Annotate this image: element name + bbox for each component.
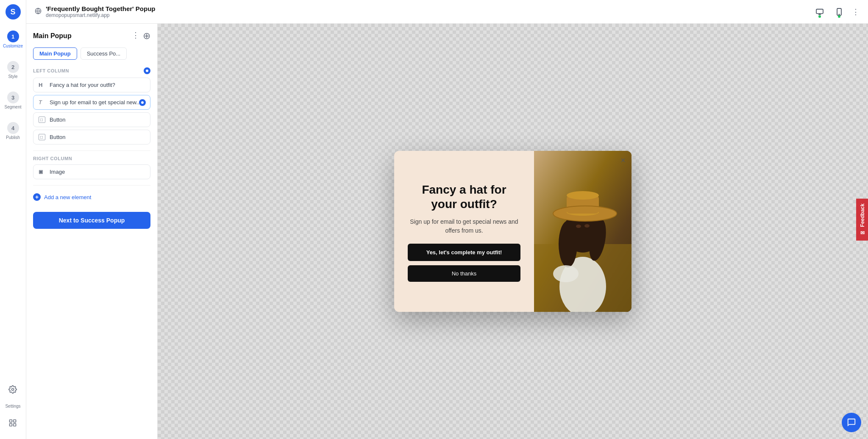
svg-rect-7	[816, 9, 823, 13]
nav-step-publish[interactable]: 4 Publish	[0, 119, 26, 142]
tab-row: Main Popup Success Po...	[33, 47, 150, 60]
svg-rect-4	[14, 424, 16, 426]
feedback-tab-container: ✉ Feedback	[856, 198, 868, 240]
add-icon: +	[33, 193, 41, 201]
heading-icon: H	[39, 82, 45, 88]
popup-preview: × Fancy a hat for your outfit? Sign up f…	[394, 151, 632, 312]
section-divider-2	[33, 185, 150, 186]
panel-add-button[interactable]: ⊕	[143, 31, 150, 42]
svg-point-27	[553, 265, 579, 282]
mobile-device-button[interactable]	[832, 5, 846, 19]
sidebar-panel: Main Popup ⋮ ⊕ Main Popup Success Po... …	[26, 24, 158, 439]
nav-step-customize[interactable]: 1 Customize	[0, 28, 26, 51]
element-heading[interactable]: H Fancy a hat for your outfit?	[33, 78, 150, 92]
popup-image	[534, 151, 632, 312]
step-circle-1: 1	[7, 31, 19, 42]
tab-success-popup[interactable]: Success Po...	[81, 47, 127, 60]
popup-secondary-button[interactable]: No thanks	[408, 265, 520, 282]
svg-point-18	[559, 221, 577, 267]
mobile-active-dot	[838, 15, 840, 18]
step-circle-2: 2	[7, 61, 19, 73]
add-element-label: Add a new element	[44, 194, 91, 200]
feedback-icon: ✉	[860, 230, 865, 236]
header-title-section: 'Frequently Bought Together' Popup demop…	[35, 5, 156, 18]
settings-label: Settings	[5, 404, 20, 408]
popup-subtext: Sign up for email to get special news an…	[408, 217, 520, 235]
element-heading-label: Fancy a hat for your outfit?	[50, 82, 115, 88]
left-column-radio	[144, 67, 150, 74]
integrations-button[interactable]	[5, 415, 20, 431]
popup-heading: Fancy a hat for your outfit?	[408, 183, 520, 211]
popup-primary-button[interactable]: Yes, let's complete my outfit!	[408, 244, 520, 261]
svg-rect-2	[14, 420, 16, 422]
nav-bar: S 1 Customize 2 Style 3 Segment 4 Publis…	[0, 0, 26, 439]
popup-left-column: Fancy a hat for your outfit? Sign up for…	[394, 151, 534, 312]
element-image[interactable]: ▣ Image	[33, 164, 150, 179]
svg-point-25	[576, 225, 581, 228]
element-text[interactable]: T Sign up for email to get special new..…	[33, 95, 150, 110]
element-text-radio	[139, 99, 146, 106]
globe-icon	[35, 8, 42, 16]
logo-letter: S	[10, 8, 15, 17]
step-label-customize: Customize	[3, 44, 23, 48]
step-circle-4: 4	[7, 122, 19, 134]
next-to-success-button[interactable]: Next to Success Popup	[33, 212, 150, 229]
header-actions: ⋮	[813, 5, 860, 19]
settings-button[interactable]	[5, 382, 20, 397]
nav-logo[interactable]: S	[6, 4, 21, 19]
text-icon: T	[39, 99, 45, 106]
add-element-button[interactable]: + Add a new element	[33, 191, 150, 203]
canvas-area: × Fancy a hat for your outfit? Sign up f…	[158, 24, 868, 439]
panel-title: Main Popup	[33, 32, 72, 40]
svg-point-26	[584, 224, 590, 228]
svg-point-23	[567, 191, 599, 200]
svg-rect-1	[10, 420, 12, 422]
panel-header: Main Popup ⋮ ⊕	[33, 31, 150, 42]
right-column-elements: ▣ Image	[33, 164, 150, 179]
left-column-label: LEFT COLUMN	[33, 67, 150, 74]
step-label-style: Style	[8, 74, 17, 79]
image-icon: ▣	[39, 169, 45, 175]
popup-close-button[interactable]: ×	[620, 156, 626, 164]
svg-point-0	[12, 389, 14, 391]
popup-right-column	[534, 151, 632, 312]
right-column-label: RIGHT COLUMN	[33, 156, 150, 161]
nav-step-style[interactable]: 2 Style	[0, 58, 26, 81]
desktop-device-button[interactable]	[813, 5, 826, 19]
svg-rect-3	[10, 424, 12, 426]
panel-more-button[interactable]: ⋮	[132, 31, 139, 42]
feedback-tab[interactable]: ✉ Feedback	[856, 198, 868, 240]
element-button-1-label: Button	[50, 117, 66, 123]
tab-main-popup[interactable]: Main Popup	[33, 47, 77, 60]
header-url: demopopupsmart.netlify.app	[46, 12, 156, 18]
element-text-label: Sign up for email to get special new...	[50, 99, 141, 106]
element-button-2[interactable]: □ Button	[33, 130, 150, 144]
step-label-publish: Publish	[6, 135, 20, 140]
section-divider	[33, 150, 150, 151]
element-image-label: Image	[50, 169, 65, 175]
feedback-label: Feedback	[860, 203, 865, 227]
left-column-elements: H Fancy a hat for your outfit? T Sign up…	[33, 78, 150, 144]
element-button-1[interactable]: □ Button	[33, 112, 150, 127]
button-icon-1: □	[39, 117, 45, 123]
page-title: 'Frequently Bought Together' Popup	[46, 5, 156, 12]
element-button-2-label: Button	[50, 134, 66, 140]
chat-bubble-button[interactable]	[842, 413, 861, 432]
panel-header-icons: ⋮ ⊕	[132, 31, 150, 42]
app-header: 'Frequently Bought Together' Popup demop…	[26, 0, 868, 24]
step-circle-3: 3	[7, 92, 19, 103]
step-label-segment: Segment	[4, 105, 21, 109]
desktop-active-dot	[818, 15, 821, 18]
nav-bottom: Settings	[5, 382, 20, 435]
nav-step-segment[interactable]: 3 Segment	[0, 89, 26, 112]
more-options-button[interactable]: ⋮	[852, 7, 860, 17]
button-icon-2: □	[39, 134, 45, 140]
